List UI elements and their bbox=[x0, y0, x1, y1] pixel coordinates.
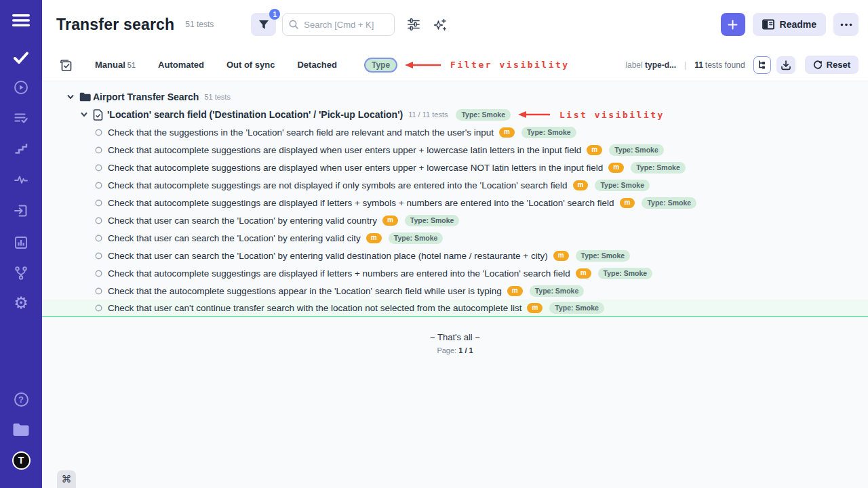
menu-icon[interactable] bbox=[11, 12, 31, 29]
type-smoke-badge: Type: Smoke bbox=[609, 144, 664, 156]
test-status-circle-icon[interactable] bbox=[95, 129, 102, 136]
command-shortcut-button[interactable]: ⌘ bbox=[57, 470, 76, 488]
page-label: Page: bbox=[437, 346, 458, 354]
manual-badge: m bbox=[587, 145, 602, 155]
test-row[interactable]: Check that user can search the 'Location… bbox=[42, 229, 868, 247]
manual-badge: m bbox=[576, 268, 591, 279]
page-title: Transfer search bbox=[56, 16, 174, 34]
divider: | bbox=[684, 60, 686, 70]
type-smoke-badge: Type: Smoke bbox=[595, 180, 650, 191]
test-row[interactable]: Check that the autocomplete suggestions … bbox=[42, 282, 868, 300]
folder-icon bbox=[79, 92, 91, 102]
active-label-filter: label type-d... bbox=[625, 60, 676, 70]
reset-button[interactable]: Reset bbox=[805, 56, 859, 74]
filter-visibility-annotation: Filter visibility bbox=[404, 60, 570, 70]
type-smoke-badge: Type: Smoke bbox=[631, 162, 686, 174]
test-status-circle-icon[interactable] bbox=[95, 199, 102, 207]
add-button[interactable] bbox=[721, 13, 745, 36]
user-avatar[interactable]: T bbox=[11, 451, 31, 469]
view-settings-icon[interactable] bbox=[406, 17, 421, 32]
download-icon bbox=[781, 60, 791, 70]
type-smoke-badge: Type: Smoke bbox=[642, 197, 696, 209]
more-options-button[interactable] bbox=[833, 13, 859, 36]
tree-view-icon bbox=[757, 60, 767, 70]
test-status-circle-icon[interactable] bbox=[95, 287, 102, 295]
help-icon[interactable]: ? bbox=[11, 390, 31, 408]
settings-gear-icon[interactable]: ⚙ bbox=[11, 294, 31, 312]
ai-sparkles-icon[interactable] bbox=[433, 18, 447, 32]
folder-meta: 51 tests bbox=[204, 93, 231, 101]
tests-check-icon[interactable] bbox=[11, 49, 31, 66]
funnel-icon bbox=[258, 20, 269, 30]
test-status-circle-icon[interactable] bbox=[95, 164, 102, 171]
readme-book-icon bbox=[762, 19, 774, 30]
test-row-highlighted[interactable]: Check that user can't continue transfer … bbox=[42, 300, 868, 317]
test-status-circle-icon[interactable] bbox=[95, 235, 102, 242]
run-entry-icon[interactable] bbox=[11, 202, 31, 220]
tree-view-toggle-button[interactable] bbox=[753, 56, 771, 74]
test-status-circle-icon[interactable] bbox=[95, 304, 102, 312]
type-filter-chip[interactable]: Type bbox=[364, 58, 397, 73]
test-row[interactable]: Check that autocomplete suggestings are … bbox=[42, 264, 868, 282]
projects-folder-icon[interactable] bbox=[11, 421, 31, 439]
filter-count-badge: 1 bbox=[269, 9, 280, 20]
tab-automated[interactable]: Automated bbox=[158, 60, 204, 70]
test-row[interactable]: Check that user can search the 'Location… bbox=[42, 247, 868, 264]
refresh-icon bbox=[813, 60, 823, 70]
folder-row[interactable]: Airport Transfer Search 51 tests bbox=[42, 88, 868, 106]
readme-button[interactable]: Readme bbox=[753, 13, 826, 36]
help-question-glyph: ? bbox=[14, 392, 28, 407]
end-of-list-text: ~ That's all ~ bbox=[42, 332, 868, 342]
reset-label: Reset bbox=[827, 60, 850, 70]
test-row[interactable]: Check that the suggestions in the 'Locat… bbox=[42, 123, 868, 141]
tests-found-count: 11 bbox=[694, 60, 703, 70]
tab-detached[interactable]: Detached bbox=[297, 60, 337, 70]
test-name: Check that autocomplete suggestings are … bbox=[108, 198, 614, 208]
manual-badge: m bbox=[553, 251, 569, 261]
test-status-circle-icon[interactable] bbox=[95, 270, 102, 277]
test-name: Check that user can search the 'Location… bbox=[108, 216, 377, 226]
readme-label: Readme bbox=[780, 19, 816, 30]
list-visibility-label: List visibility bbox=[559, 110, 665, 120]
test-name: Check that the suggestions in the 'Locat… bbox=[108, 127, 494, 138]
chevron-down-icon[interactable] bbox=[80, 110, 88, 119]
suite-file-icon bbox=[93, 109, 103, 121]
test-plans-icon[interactable] bbox=[11, 109, 31, 127]
test-status-circle-icon[interactable] bbox=[95, 146, 102, 154]
test-status-circle-icon[interactable] bbox=[95, 217, 102, 224]
pagination-info: Page: 1 / 1 bbox=[42, 346, 868, 354]
ellipsis-icon bbox=[840, 23, 852, 26]
test-row[interactable]: Check that user can search the 'Location… bbox=[42, 211, 868, 229]
search-box bbox=[282, 13, 395, 36]
test-row[interactable]: Check that autocomplete suggestings are … bbox=[42, 176, 868, 194]
test-name: Check that autocomplete suggestings are … bbox=[108, 180, 568, 190]
filter-button[interactable]: 1 bbox=[251, 13, 276, 36]
tab-manual-label: Manual bbox=[95, 60, 125, 70]
reports-icon[interactable] bbox=[11, 234, 31, 251]
type-smoke-badge: Type: Smoke bbox=[389, 232, 443, 244]
suite-type-badge: Type: Smoke bbox=[456, 109, 511, 121]
suite-row[interactable]: 'Location' search field ('Destination Lo… bbox=[42, 106, 868, 123]
milestones-icon[interactable] bbox=[11, 140, 31, 157]
test-row[interactable]: Check that autocomplete suggestings are … bbox=[42, 194, 868, 211]
test-name: Check that user can search the 'Location… bbox=[108, 233, 361, 243]
download-button[interactable] bbox=[776, 56, 795, 74]
tab-out-of-sync[interactable]: Out of sync bbox=[226, 60, 275, 70]
tab-automated-label: Automated bbox=[158, 60, 204, 70]
test-status-circle-icon[interactable] bbox=[95, 252, 102, 260]
test-row[interactable]: Check that autocomplete suggestions are … bbox=[42, 159, 868, 176]
activity-icon[interactable] bbox=[11, 171, 31, 188]
test-row[interactable]: Check that autocomplete suggestions are … bbox=[42, 141, 868, 159]
sidebar: ⚙ ? T bbox=[0, 0, 42, 488]
tests-found-label: tests found bbox=[705, 60, 745, 70]
test-tree: Airport Transfer Search 51 tests 'Locati… bbox=[42, 81, 868, 488]
tab-manual[interactable]: Manual51 bbox=[95, 60, 136, 70]
test-status-circle-icon[interactable] bbox=[95, 182, 102, 189]
integrations-icon[interactable] bbox=[11, 264, 31, 282]
select-all-icon[interactable] bbox=[58, 58, 73, 72]
test-runs-icon[interactable] bbox=[11, 79, 31, 96]
test-name: Check that user can search the 'Location… bbox=[108, 251, 548, 261]
manual-badge: m bbox=[382, 216, 398, 226]
chevron-down-icon[interactable] bbox=[66, 93, 75, 101]
test-name: Check that autocomplete suggestions are … bbox=[108, 145, 581, 155]
